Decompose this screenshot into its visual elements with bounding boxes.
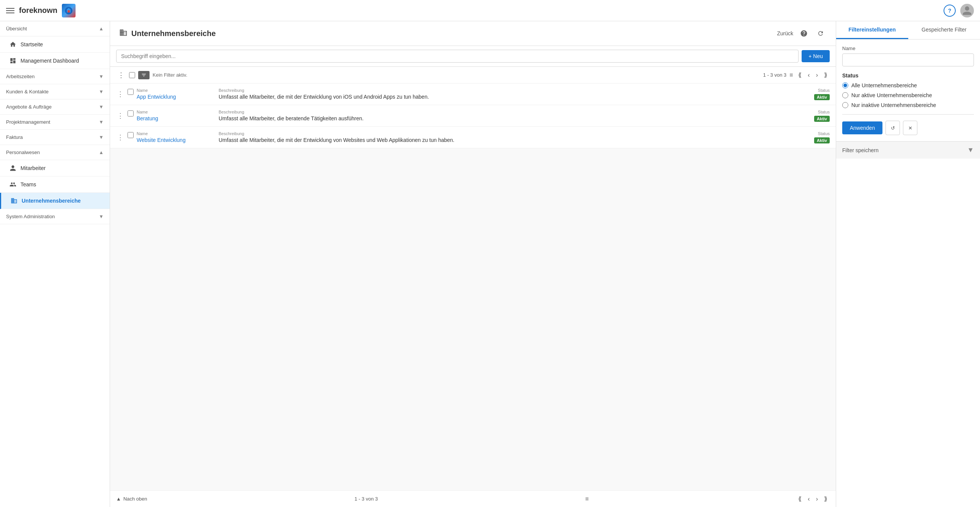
panel-divider [842, 114, 974, 114]
reset-button[interactable]: ↺ [886, 121, 900, 135]
new-button[interactable]: + Neu [802, 50, 830, 62]
chevron-down-icon: ▼ [99, 119, 103, 125]
name-value-2[interactable]: Website Entwicklung [137, 137, 213, 143]
chevron-down-icon: ▼ [99, 89, 103, 94]
name-value-0[interactable]: App Entwicklung [137, 94, 213, 100]
pagination-info-top: 1 - 3 von 3 [763, 72, 786, 78]
chevron-up-icon: ▲ [99, 26, 103, 32]
panel-body: Name Status Alle Unternehmensbereiche Nu… [836, 40, 980, 141]
row-context-menu-0[interactable]: ⋮ [116, 89, 124, 99]
back-button[interactable]: Zurück [777, 30, 793, 37]
status-label-2: Status [799, 131, 830, 136]
last-page-button-bottom[interactable]: ⟫ [822, 494, 830, 504]
filter-dots-menu[interactable]: ⋮ [116, 70, 126, 80]
save-filter-section[interactable]: Filter speichern ▼ [836, 141, 980, 159]
sidebar-item-label: Unternehmensbereiche [22, 198, 81, 204]
pagination-buttons-top: ⟪ ‹ › ⟫ [796, 70, 830, 80]
filter-bar-left: ⋮ Kein Filter aktiv. [116, 70, 760, 80]
sidebar: Übersicht ▲ Startseite Management Dashbo… [0, 21, 110, 507]
sidebar-section-arbeitszeiten[interactable]: Arbeitszeiten ▼ [0, 69, 110, 84]
help-button[interactable]: ? [943, 5, 956, 17]
action-buttons: Anwenden ↺ ✕ [842, 121, 974, 135]
status-badge-1: Aktiv [814, 116, 830, 122]
row-context-menu-1[interactable]: ⋮ [116, 111, 124, 121]
name-filter-input[interactable] [842, 54, 974, 67]
business-icon [10, 197, 18, 205]
refresh-button[interactable] [815, 27, 827, 40]
radio-all-label: Alle Unternehmensbereiche [851, 83, 917, 88]
row-name-col-1: Name Beratung [137, 110, 213, 122]
sort-icon[interactable]: ≡ [789, 72, 793, 79]
radio-active-label: Nur aktive Unternehmensbereiche [851, 92, 932, 98]
row-context-menu-2[interactable]: ⋮ [116, 132, 124, 142]
hamburger-menu[interactable] [6, 8, 14, 13]
sidebar-section-angebote-auftraege[interactable]: Angebote & Aufträge ▼ [0, 99, 110, 114]
sidebar-section-kunden-kontakte[interactable]: Kunden & Kontakte ▼ [0, 84, 110, 99]
main-layout: Übersicht ▲ Startseite Management Dashbo… [0, 21, 980, 507]
list-item: ⋮ Name App Entwicklung Beschreibung Umfa… [110, 84, 836, 105]
name-label-2: Name [137, 131, 213, 136]
logo-icon [62, 4, 76, 17]
page-title: Unternehmensbereiche [131, 29, 216, 38]
sidebar-section-label: System Administration [6, 214, 55, 219]
chevron-down-icon: ▼ [99, 214, 103, 219]
radio-all[interactable]: Alle Unternehmensbereiche [842, 83, 974, 88]
next-page-button[interactable]: › [814, 70, 820, 80]
row-checkbox-0[interactable] [127, 89, 134, 95]
topbar-right: ? [943, 4, 974, 17]
filter-toggle-button[interactable] [138, 71, 150, 79]
sidebar-section-personalwesen[interactable]: Personalwesen ▲ [0, 145, 110, 160]
sort-icon-bottom[interactable]: ≡ [585, 496, 589, 502]
row-desc-col-1: Beschreibung Umfasst alle Mitarbeiter, d… [219, 110, 793, 122]
desc-value-2: Umfasst alle Mitarbeiter, die mit der En… [219, 137, 793, 143]
sidebar-section-system-administration[interactable]: System Administration ▼ [0, 209, 110, 224]
clear-icon: ✕ [908, 125, 912, 131]
sidebar-item-unternehmensbereiche[interactable]: Unternehmensbereiche [0, 193, 110, 209]
desc-label-0: Beschreibung [219, 88, 793, 92]
desc-label-2: Beschreibung [219, 131, 793, 136]
last-page-button[interactable]: ⟫ [822, 70, 830, 80]
radio-inactive[interactable]: Nur inaktive Unternehmensbereiche [842, 102, 974, 108]
next-page-button-bottom[interactable]: › [814, 494, 820, 504]
topbar-left: foreknown [6, 4, 76, 17]
sidebar-section-faktura[interactable]: Faktura ▼ [0, 130, 110, 145]
sidebar-item-management-dashboard[interactable]: Management Dashboard [0, 53, 110, 69]
prev-page-button-bottom[interactable]: ‹ [805, 494, 812, 504]
radio-all-input[interactable] [842, 83, 848, 88]
sidebar-item-startseite[interactable]: Startseite [0, 37, 110, 53]
save-filter-label: Filter speichern [842, 147, 879, 153]
search-toolbar: + Neu [110, 46, 836, 67]
tab-filtereinstellungen[interactable]: Filtereinstellungen [836, 21, 908, 39]
sidebar-item-label: Mitarbeiter [21, 165, 46, 171]
apply-button[interactable]: Anwenden [842, 121, 883, 134]
sidebar-section-projektmanagement[interactable]: Projektmanagement ▼ [0, 114, 110, 130]
back-to-top-button[interactable]: ▲ Nach oben [116, 496, 147, 502]
tab-gespeicherte-filter[interactable]: Gespeicherte Filter [908, 21, 980, 39]
first-page-button-bottom[interactable]: ⟪ [796, 494, 804, 504]
sidebar-section-uebersicht[interactable]: Übersicht ▲ [0, 21, 110, 37]
filter-bar: ⋮ Kein Filter aktiv. 1 - 3 von 3 ≡ ⟪ ‹ ›… [110, 67, 836, 84]
page-header: Unternehmensbereiche Zurück [110, 21, 836, 46]
first-page-button[interactable]: ⟪ [796, 70, 804, 80]
sidebar-section-label: Übersicht [6, 26, 27, 32]
radio-inactive-label: Nur inaktive Unternehmensbereiche [851, 102, 936, 108]
row-checkbox-1[interactable] [127, 110, 134, 116]
avatar[interactable] [960, 4, 974, 17]
select-all-checkbox[interactable] [129, 72, 135, 78]
clear-button[interactable]: ✕ [903, 121, 917, 135]
home-icon [9, 41, 17, 48]
sidebar-item-teams[interactable]: Teams [0, 176, 110, 193]
prev-page-button[interactable]: ‹ [805, 70, 812, 80]
filter-status-text: Kein Filter aktiv. [153, 72, 188, 78]
row-checkbox-2[interactable] [127, 132, 134, 138]
search-input[interactable] [116, 50, 799, 63]
name-value-1[interactable]: Beratung [137, 115, 213, 121]
radio-inactive-input[interactable] [842, 102, 848, 108]
radio-active[interactable]: Nur aktive Unternehmensbereiche [842, 92, 974, 98]
sidebar-item-mitarbeiter[interactable]: Mitarbeiter [0, 160, 110, 176]
row-status-col-2: Status Aktiv [799, 131, 830, 143]
row-content-0: Name App Entwicklung Beschreibung Umfass… [137, 88, 830, 100]
radio-active-input[interactable] [842, 92, 848, 98]
help-icon-button[interactable] [798, 27, 810, 40]
status-label-1: Status [799, 110, 830, 114]
